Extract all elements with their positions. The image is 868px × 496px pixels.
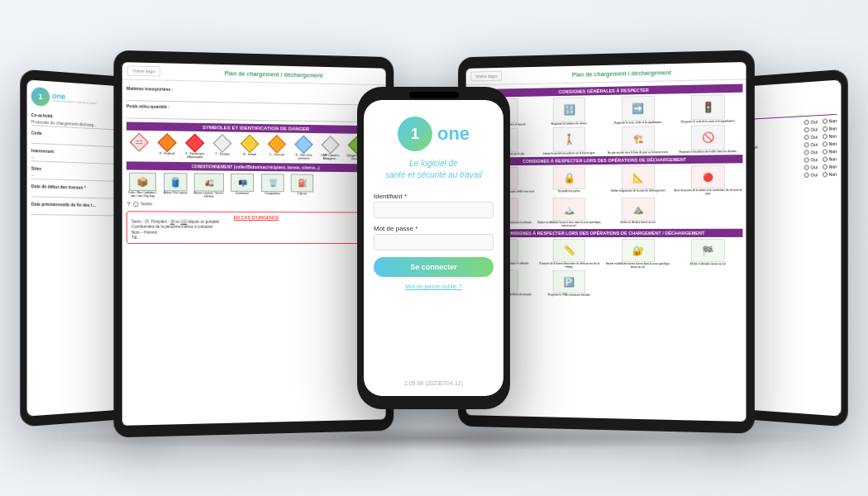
phone-tagline: Le logiciel de santé et sécurité au trav… [385,158,482,181]
doc-title-right: Plan de chargement / déchargement [505,68,741,79]
phone-login-button[interactable]: Se connecter [374,257,494,277]
section-danger-title: SYMBOLES ET IDENTIFICATION DE DANGER [126,122,382,135]
consignes-dechargement: CONSIGNES À RESPECTER LORS DES OPÉRATION… [470,155,743,166]
phone-pw-input[interactable] [374,234,494,250]
phone-id-input[interactable] [374,202,494,218]
phone-content: 1 one Le logiciel de santé et sécurité a… [364,100,503,396]
phone-brand: one [437,123,470,145]
phone-forgot-link[interactable]: Mot de passe oublié ? [405,284,462,289]
phone-notch [409,92,459,98]
section-conditionnement-title: CONDITIONNEMENT (coller/Bidon/sac/récipi… [126,161,382,172]
doc-title-left: Plan de chargement / déchargement [164,69,381,79]
consignes-chargement: CONSIGNES À RESPECTER LORS DES OPÉRATION… [470,229,743,237]
left-logo-circle: 1 [31,87,50,107]
autres-label: Autres : [141,202,154,206]
doc-logo-left: Votre logo [127,65,160,76]
phone-screen: 1 one Le logiciel de santé et sécurité a… [364,100,503,396]
phone-center: 1 one Le logiciel de santé et sécurité a… [357,87,510,409]
phone-logo-wrap: 1 one [398,117,470,151]
doc-logo-right: Votre logo [470,71,502,82]
phone-pw-label: Mot de passe * [374,225,417,232]
tablet-center-left: Votre logo Plan de chargement / décharge… [113,50,393,438]
phone-id-label: Identifiant * [374,193,407,200]
phone-version: 2.05.08 (20230704-12) [404,380,463,386]
phone-logo-circle: 1 [398,117,432,151]
left-tagline: Le logiciel de santé et sécurité au trav… [52,100,96,106]
emergency-text: Samu : 15 Pompiers : 18 ou 112 depuis un… [131,220,377,241]
scene: 1 one Le logiciel de santé et sécurité a… [0,0,868,496]
autres-checkbox[interactable] [133,202,138,207]
emergency-box: EN CAS D'URGENCE Samu : 15 Pompiers : 18… [126,211,382,244]
tablet-center-left-screen: Votre logo Plan de chargement / décharge… [122,62,386,426]
